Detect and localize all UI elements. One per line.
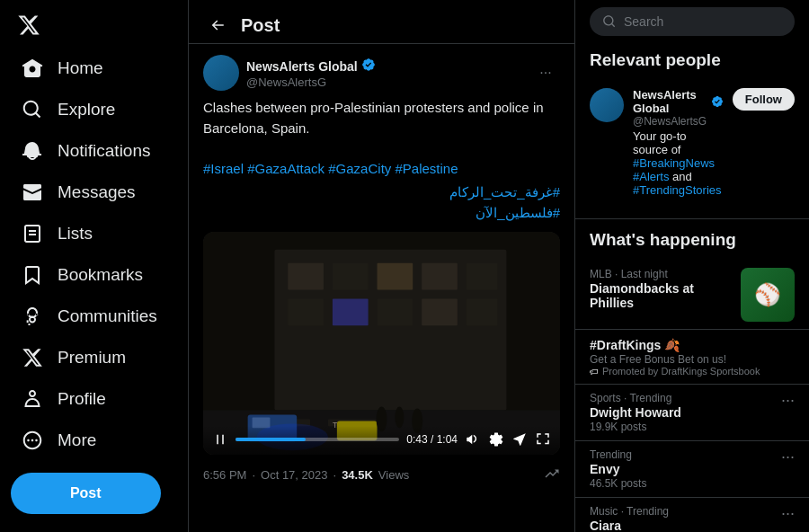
tweet-time: 6:56 PM — [203, 468, 246, 482]
tweet-meta: 6:56 PM · Oct 17, 2023 · 34.5K Views — [203, 466, 560, 492]
main-content: Post NewsAlerts Global @NewsAlertsG — [189, 0, 575, 532]
trend-envy-content: Trending Envy 46.5K posts — [590, 448, 774, 490]
sidebar-item-profile[interactable]: Profile — [11, 379, 177, 419]
trend-mlb-content: MLB · Last night Diamondbacks at Phillie… — [590, 268, 733, 311]
trend-item-envy[interactable]: Trending Envy 46.5K posts ··· — [590, 441, 795, 497]
sidebar-item-communities[interactable]: Communities — [11, 297, 177, 336]
svg-rect-8 — [333, 298, 369, 325]
tweet-text: Clashes between pro-Palestinian proteste… — [203, 98, 560, 223]
sidebar-item-bookmarks-label: Bookmarks — [58, 265, 143, 285]
svg-rect-11 — [467, 298, 498, 325]
trend-envy-sub: 46.5K posts — [590, 477, 774, 490]
back-button[interactable] — [203, 11, 232, 40]
promoted-icon: 🏷 — [590, 367, 599, 377]
trend-mlb-category: MLB · Last night — [590, 268, 733, 280]
fullscreen-button[interactable] — [535, 431, 551, 448]
bell-icon — [22, 140, 43, 162]
sidebar-item-explore-label: Explore — [58, 100, 115, 120]
hashtag-palestine[interactable]: #Palestine — [395, 161, 458, 176]
svg-rect-6 — [467, 263, 498, 290]
tweet-views: 34.5K — [342, 468, 373, 482]
mail-icon — [22, 182, 43, 203]
hashtag-arabic1[interactable]: #غرفة_تحت_الركام — [449, 184, 560, 200]
trend-dwight-more[interactable]: ··· — [781, 392, 795, 408]
avatar-image — [203, 55, 239, 91]
sidebar-item-notifications-label: Notifications — [58, 141, 151, 161]
sidebar-item-lists-label: Lists — [58, 224, 93, 244]
video-controls: 0:43 / 1:04 — [203, 426, 560, 455]
hashtag-gazacity[interactable]: #GazaCity — [328, 161, 391, 176]
sidebar-item-more[interactable]: More — [11, 421, 177, 460]
relevant-handle: @NewsAlertsG — [633, 115, 724, 128]
trend-item-ciara[interactable]: Music · Trending Ciara 3,612 posts ··· — [590, 498, 795, 532]
svg-rect-2 — [288, 263, 324, 290]
bio-link-2[interactable]: #Alerts — [633, 170, 669, 183]
volume-button[interactable] — [465, 431, 481, 448]
x-logo[interactable] — [11, 7, 47, 43]
trend-envy-title: Envy — [590, 462, 774, 476]
trend-dwight-content: Sports · Trending Dwight Howard 19.9K po… — [590, 392, 774, 433]
trend-envy-row: Trending Envy 46.5K posts ··· — [590, 448, 795, 490]
analytics-icon[interactable] — [544, 466, 560, 484]
search-input[interactable] — [624, 14, 782, 29]
x-brand-icon — [17, 13, 40, 37]
sidebar-item-messages[interactable]: Messages — [11, 173, 177, 212]
svg-rect-7 — [288, 298, 324, 325]
trend-dwight-sub: 19.9K posts — [590, 421, 774, 433]
trend-dwight-title: Dwight Howard — [590, 405, 774, 420]
hashtag-gazaattack[interactable]: #GazaAttack — [247, 161, 324, 176]
relevant-person: NewsAlerts Global @NewsAlertsG Your go-t… — [590, 81, 795, 204]
search-icon — [602, 14, 617, 29]
trend-item-mlb[interactable]: MLB · Last night Diamondbacks at Phillie… — [590, 261, 795, 329]
relevant-people-section: Relevant people NewsAlerts Global @NewsA… — [590, 50, 795, 204]
trend-draftkings-title: #DraftKings 🍂 — [590, 338, 795, 352]
svg-rect-9 — [378, 298, 413, 325]
trend-draftkings-sub: Get a Free Bonus Bet on us! — [590, 353, 795, 366]
video-player[interactable]: BUS TAXI — [203, 232, 560, 455]
sidebar: Home Explore Notifications Messages List… — [0, 0, 189, 532]
video-time: 0:43 / 1:04 — [406, 433, 458, 446]
trend-item-dwight[interactable]: Sports · Trending Dwight Howard 19.9K po… — [590, 385, 795, 440]
author-name: NewsAlerts Global — [246, 59, 358, 74]
post-header: Post — [189, 0, 574, 44]
relevant-name: NewsAlerts Global — [633, 88, 707, 115]
sidebar-item-notifications[interactable]: Notifications — [11, 131, 177, 171]
share-icon — [511, 431, 528, 448]
svg-rect-3 — [333, 263, 369, 290]
whats-happening-section: What's happening MLB · Last night Diamon… — [590, 230, 795, 532]
play-pause-button[interactable] — [212, 431, 228, 448]
trend-ciara-content: Music · Trending Ciara 3,612 posts — [590, 505, 774, 532]
bookmark-icon — [22, 264, 43, 286]
back-arrow-icon — [209, 17, 226, 33]
sidebar-item-home-label: Home — [58, 58, 103, 78]
sidebar-item-lists[interactable]: Lists — [11, 214, 177, 253]
svg-rect-10 — [422, 298, 458, 325]
tweet-author-info: NewsAlerts Global @NewsAlertsG — [203, 55, 376, 91]
trend-envy-more[interactable]: ··· — [781, 448, 795, 465]
author-handle: @NewsAlertsG — [246, 75, 376, 89]
sidebar-item-bookmarks[interactable]: Bookmarks — [11, 255, 177, 295]
settings-button[interactable] — [488, 431, 504, 448]
sidebar-item-communities-label: Communities — [58, 306, 157, 326]
bio-link-3[interactable]: #TrendingStories — [633, 183, 722, 197]
bio-link-1[interactable]: #BreakingNews — [633, 156, 715, 170]
follow-button[interactable]: Follow — [733, 88, 795, 111]
search-box[interactable] — [590, 7, 795, 36]
svg-rect-5 — [422, 263, 458, 290]
mlb-image: ⚾ — [741, 268, 795, 322]
sidebar-item-profile-label: Profile — [58, 389, 106, 409]
author-name-row: NewsAlerts Global — [246, 58, 376, 75]
sidebar-item-premium[interactable]: Premium — [11, 338, 177, 377]
hashtag-israel[interactable]: #Israel — [203, 161, 244, 176]
trend-ciara-more[interactable]: ··· — [781, 505, 795, 521]
progress-bar[interactable] — [236, 438, 399, 441]
trend-item-draftkings[interactable]: #DraftKings 🍂 Get a Free Bonus Bet on us… — [590, 330, 795, 384]
more-options-button[interactable]: ··· — [531, 58, 560, 87]
sidebar-item-home[interactable]: Home — [11, 49, 177, 88]
hashtag-arabic2[interactable]: #فلسطين_الآن — [476, 205, 560, 220]
sidebar-item-explore[interactable]: Explore — [11, 90, 177, 129]
share-button[interactable] — [511, 431, 528, 448]
trend-envy-category: Trending — [590, 448, 774, 461]
communities-icon — [22, 306, 43, 327]
post-button[interactable]: Post — [11, 473, 161, 514]
